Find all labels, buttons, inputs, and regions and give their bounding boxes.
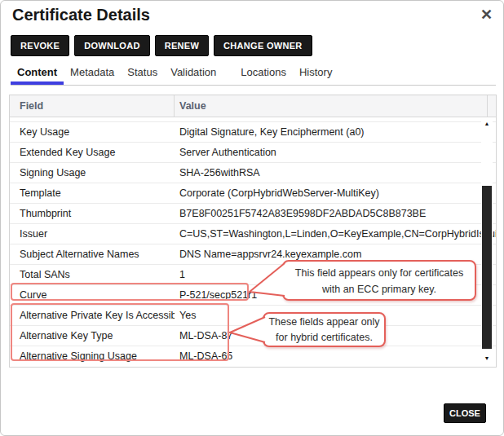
field-cell: Template (10, 183, 175, 203)
field-cell: Key Usage (10, 122, 175, 142)
table-row: Alternative Private Key Is AccessibleYes (10, 305, 496, 325)
table-row: ThumbprintB7E8F00251F5742A83E9598DF2ABDA… (10, 203, 496, 223)
close-button[interactable]: CLOSE (444, 403, 486, 423)
value-cell: B7E8F00251F5742A83E9598DF2ABDAD5C8B873BE (175, 204, 496, 223)
callout-text: This field appears only for certificates (284, 265, 475, 281)
value-cell: Server Authentication (175, 143, 496, 162)
change-owner-button[interactable]: CHANGE OWNER (214, 35, 312, 56)
column-header-field: Field (10, 95, 175, 117)
value-cell: C=US,ST=Washington,L=Linden,O=KeyExample… (175, 224, 496, 244)
field-cell: Alternative Signing Usage (10, 346, 175, 366)
scroll-up-icon[interactable]: ▲ (481, 119, 493, 128)
field-cell: Subject Alternative Names (10, 244, 175, 264)
value-cell: ML-DSA-65 (175, 346, 496, 366)
callout-text: These fields appear only (264, 315, 384, 330)
table-row: IssuerC=US,ST=Washington,L=Linden,O=KeyE… (10, 223, 496, 244)
close-icon[interactable]: ✕ (480, 7, 493, 23)
tab-bar: ContentMetadataStatusValidationLocations… (11, 64, 496, 86)
scrollbar[interactable]: ▲ ▼ (481, 119, 493, 363)
tab-metadata[interactable]: Metadata (64, 64, 121, 85)
table-row: TemplateCorporate (CorpHybridWebServer-M… (10, 183, 496, 203)
table-row: Alternative Key TypeML-DSA-87 (10, 325, 496, 346)
field-cell: Issuer (10, 224, 175, 244)
callout-text: for hybrid certificates. (264, 330, 384, 346)
table-header-row: Field Value (10, 95, 496, 117)
details-table: Field Value Key UsageDigital Signature, … (9, 95, 497, 368)
field-cell: Signing Usage (10, 163, 175, 183)
scroll-down-icon[interactable]: ▼ (481, 354, 493, 363)
hybrid-fields-callout: These fields appear only for hybrid cert… (263, 312, 386, 347)
column-header-value: Value (175, 95, 488, 117)
tab-status[interactable]: Status (121, 64, 164, 85)
field-cell: Alternative Key Type (10, 326, 175, 346)
certificate-details-dialog: Certificate Details ✕ REVOKEDOWNLOADRENE… (0, 0, 504, 436)
field-cell: Curve (10, 285, 175, 305)
field-cell: Extended Key Usage (10, 143, 175, 162)
ecc-field-callout: This field appears only for certificates… (282, 260, 476, 301)
table-body: Key UsageDigital Signature, Key Encipher… (10, 117, 496, 366)
action-button-bar: REVOKEDOWNLOADRENEWCHANGE OWNER (11, 35, 312, 56)
field-cell: Thumbprint (10, 204, 175, 223)
revoke-button[interactable]: REVOKE (11, 35, 69, 56)
table-row: Alternative Signing UsageML-DSA-65 (10, 346, 496, 366)
scrollbar-thumb[interactable] (482, 186, 492, 349)
value-cell: Digital Signature, Key Encipherment (a0) (175, 122, 496, 142)
download-button[interactable]: DOWNLOAD (74, 35, 149, 56)
dialog-title: Certificate Details (12, 6, 150, 24)
tab-validation[interactable]: Validation (164, 64, 223, 85)
tab-history[interactable]: History (293, 64, 338, 85)
value-cell: Corporate (CorpHybridWebServer-MultiKey) (175, 183, 496, 203)
value-cell: SHA-256withRSA (175, 163, 496, 183)
field-cell: Total SANs (10, 265, 175, 284)
table-row: Extended Key UsageServer Authentication (10, 142, 496, 162)
callout-text: with an ECC primary key. (284, 281, 475, 297)
tab-locations[interactable]: Locations (234, 64, 293, 85)
table-row: Signing UsageSHA-256withRSA (10, 162, 496, 183)
table-row: Key UsageDigital Signature, Key Encipher… (10, 121, 496, 142)
renew-button[interactable]: RENEW (155, 35, 209, 56)
field-cell: Alternative Private Key Is Accessible (10, 306, 175, 325)
tab-content[interactable]: Content (11, 64, 64, 85)
